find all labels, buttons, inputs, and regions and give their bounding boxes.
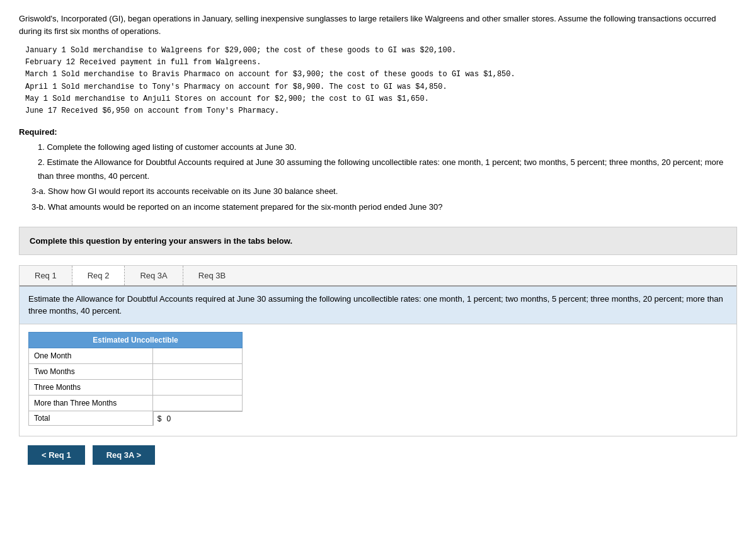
table-row-two-months: Two Months (29, 363, 243, 379)
transaction-line-4: April 1 Sold merchandise to Tony's Pharm… (25, 81, 737, 93)
req-item-3b: 3-b. What amounts would be reported on a… (32, 200, 737, 214)
table-row-more-than-three-months: More than Three Months (29, 395, 243, 411)
table-row-total: Total $ 0 (29, 411, 243, 426)
input-more-than-three-months[interactable] (152, 395, 242, 411)
estimated-uncollectible-table: Estimated Uncollectible One Month Two Mo… (28, 332, 243, 426)
input-field-more-than-three-months[interactable] (153, 396, 242, 411)
tab-content-description: Estimate the Allowance for Doubtful Acco… (20, 287, 736, 324)
req-item-2: 2. Estimate the Allowance for Doubtful A… (38, 156, 737, 183)
label-one-month: One Month (29, 348, 153, 363)
label-two-months: Two Months (29, 363, 153, 379)
required-list: 1. Complete the following aged listing o… (19, 140, 737, 214)
input-two-months[interactable] (152, 363, 242, 379)
tabs-row: Req 1 Req 2 Req 3A Req 3B (20, 266, 736, 287)
input-three-months[interactable] (152, 379, 242, 395)
transaction-line-2: February 12 Received payment in full fro… (25, 57, 737, 69)
input-field-two-months[interactable] (153, 364, 242, 379)
transactions-block: January 1 Sold merchandise to Walgreens … (19, 45, 737, 117)
table-section: Estimated Uncollectible One Month Two Mo… (20, 324, 736, 436)
label-three-months: Three Months (29, 379, 153, 395)
nav-buttons: Req 1 Req 3A (19, 445, 737, 465)
label-more-than-three-months: More than Three Months (29, 395, 153, 411)
prev-button[interactable]: Req 1 (28, 445, 85, 465)
input-field-one-month[interactable] (153, 348, 242, 363)
tab-req1[interactable]: Req 1 (20, 266, 72, 285)
table-header: Estimated Uncollectible (29, 332, 243, 348)
intro-paragraph: Griswold's, Incorporated (GI), began ope… (19, 13, 737, 37)
req-item-3a: 3-a. Show how GI would report its accoun… (32, 185, 737, 198)
tab-req2[interactable]: Req 2 (72, 266, 125, 285)
label-total: Total (29, 411, 153, 426)
input-field-three-months[interactable] (153, 380, 242, 395)
required-title: Required: (19, 127, 737, 137)
req-item-1: 1. Complete the following aged listing o… (38, 140, 737, 154)
input-one-month[interactable] (152, 348, 242, 363)
required-section: Required: 1. Complete the following aged… (19, 127, 737, 214)
transaction-line-5: May 1 Sold merchandise to Anjuli Stores … (25, 93, 737, 105)
tab-req3b[interactable]: Req 3B (183, 266, 241, 285)
transaction-line-1: January 1 Sold merchandise to Walgreens … (25, 45, 737, 57)
transaction-line-6: June 17 Received $6,950 on account from … (25, 105, 737, 117)
transaction-line-3: March 1 Sold merchandise to Bravis Pharm… (25, 69, 737, 81)
total-zero-value: 0 (167, 414, 171, 423)
table-row-three-months: Three Months (29, 379, 243, 395)
tabs-container: Req 1 Req 2 Req 3A Req 3B Estimate the A… (19, 265, 737, 437)
complete-box: Complete this question by entering your … (19, 227, 737, 255)
next-button[interactable]: Req 3A (93, 445, 156, 465)
total-dollar-sign: $ (158, 414, 162, 423)
table-row-one-month: One Month (29, 348, 243, 363)
tab-req3a[interactable]: Req 3A (125, 266, 183, 285)
total-value-cell: $ 0 (153, 411, 243, 426)
